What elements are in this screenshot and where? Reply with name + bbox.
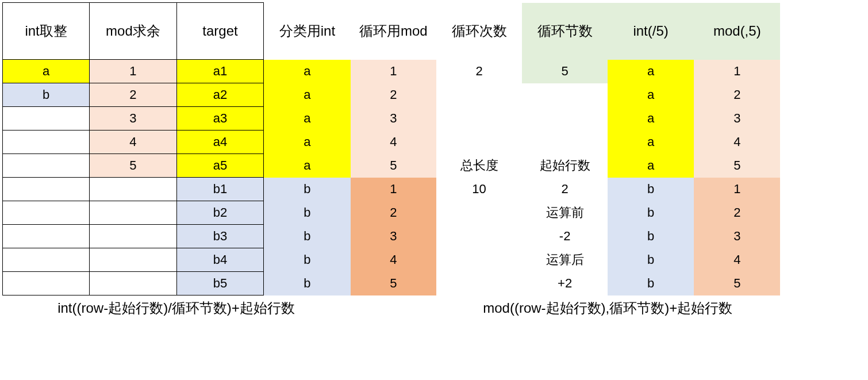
cell[interactable] [522, 107, 608, 130]
cell[interactable] [436, 248, 522, 272]
cell[interactable]: 运算前 [522, 201, 608, 225]
cell[interactable]: 2 [436, 60, 522, 83]
cell[interactable]: a [3, 60, 90, 83]
cell[interactable]: 1 [694, 60, 780, 83]
cell[interactable]: 1 [694, 178, 780, 201]
cell[interactable] [436, 107, 522, 130]
cell[interactable]: a4 [176, 130, 264, 154]
cell[interactable]: b [608, 272, 694, 295]
cell[interactable] [3, 154, 90, 178]
cell[interactable]: 4 [90, 130, 176, 154]
cell[interactable] [90, 178, 176, 201]
cell[interactable]: a [264, 60, 351, 83]
cell[interactable]: b1 [176, 178, 264, 201]
cell[interactable]: 3 [351, 225, 437, 248]
cell[interactable]: 1 [351, 178, 437, 201]
cell[interactable]: b [608, 201, 694, 225]
cell[interactable]: a [608, 83, 694, 107]
cell[interactable] [436, 272, 522, 295]
cell[interactable] [3, 130, 90, 154]
cell[interactable]: b2 [176, 201, 264, 225]
cell[interactable]: a3 [176, 107, 264, 130]
cell[interactable]: 总长度 [436, 154, 522, 178]
cell[interactable]: 2 [694, 201, 780, 225]
cell[interactable] [436, 201, 522, 225]
cell[interactable]: a [264, 107, 351, 130]
cell[interactable]: a2 [176, 83, 264, 107]
cell[interactable]: 2 [522, 178, 608, 201]
cell[interactable]: a [264, 154, 351, 178]
cell[interactable] [436, 83, 522, 107]
cell [780, 130, 866, 154]
cell[interactable]: b5 [176, 272, 264, 295]
cell[interactable]: 3 [694, 107, 780, 130]
cell[interactable]: 1 [351, 60, 437, 83]
data-row: b2 b 2 运算前 b 2 [3, 201, 866, 225]
cell [780, 201, 866, 225]
cell[interactable]: 4 [351, 248, 437, 272]
cell[interactable]: 3 [694, 225, 780, 248]
cell[interactable] [522, 130, 608, 154]
cell[interactable]: 1 [90, 60, 176, 83]
cell[interactable] [3, 107, 90, 130]
cell[interactable] [90, 201, 176, 225]
cell[interactable]: 起始行数 [522, 154, 608, 178]
cell[interactable]: b [264, 178, 351, 201]
cell[interactable]: b [3, 83, 90, 107]
cell[interactable]: 4 [351, 130, 437, 154]
cell[interactable]: a [608, 60, 694, 83]
cell[interactable]: 5 [90, 154, 176, 178]
cell[interactable] [90, 225, 176, 248]
cell[interactable]: 2 [351, 201, 437, 225]
cell[interactable]: b [264, 272, 351, 295]
cell[interactable]: a [608, 154, 694, 178]
cell[interactable]: 运算后 [522, 248, 608, 272]
cell[interactable]: 5 [694, 272, 780, 295]
cell[interactable]: 3 [351, 107, 437, 130]
cell [780, 154, 866, 178]
cell[interactable] [3, 201, 90, 225]
cell[interactable]: 4 [694, 248, 780, 272]
cell[interactable]: a [608, 130, 694, 154]
cell[interactable]: +2 [522, 272, 608, 295]
cell[interactable]: 4 [694, 130, 780, 154]
cell [780, 178, 866, 201]
cell[interactable]: -2 [522, 225, 608, 248]
cell[interactable] [90, 272, 176, 295]
cell[interactable]: 5 [351, 154, 437, 178]
cell[interactable]: a1 [176, 60, 264, 83]
cell[interactable]: b3 [176, 225, 264, 248]
cell[interactable]: b [608, 178, 694, 201]
cell[interactable]: 2 [90, 83, 176, 107]
cell[interactable]: a5 [176, 154, 264, 178]
cell[interactable]: 5 [694, 154, 780, 178]
cell[interactable]: b4 [176, 248, 264, 272]
cell[interactable]: 2 [694, 83, 780, 107]
cell[interactable]: 10 [436, 178, 522, 201]
cell[interactable]: b [264, 225, 351, 248]
cell[interactable]: b [608, 248, 694, 272]
cell[interactable] [522, 83, 608, 107]
data-row: b4 b 4 运算后 b 4 [3, 248, 866, 272]
cell[interactable]: a [264, 130, 351, 154]
cell[interactable] [3, 272, 90, 295]
cell[interactable]: a [608, 107, 694, 130]
cell[interactable]: a [264, 83, 351, 107]
spreadsheet-table: int取整 mod求余 target 分类用int 循环用mod 循环次数 循环… [2, 2, 866, 321]
cell[interactable] [3, 225, 90, 248]
cell[interactable]: 5 [351, 272, 437, 295]
cell[interactable]: b [264, 248, 351, 272]
cell [780, 225, 866, 248]
cell[interactable]: 3 [90, 107, 176, 130]
cell[interactable]: 5 [522, 60, 608, 83]
cell[interactable]: b [608, 225, 694, 248]
cell[interactable]: 2 [351, 83, 437, 107]
cell[interactable] [3, 178, 90, 201]
data-row: a 1 a1 a 1 2 5 a 1 [3, 60, 866, 83]
cell[interactable] [3, 248, 90, 272]
data-row: b5 b 5 +2 b 5 [3, 272, 866, 295]
cell[interactable] [436, 130, 522, 154]
cell[interactable]: b [264, 201, 351, 225]
cell[interactable] [90, 248, 176, 272]
cell[interactable] [436, 225, 522, 248]
